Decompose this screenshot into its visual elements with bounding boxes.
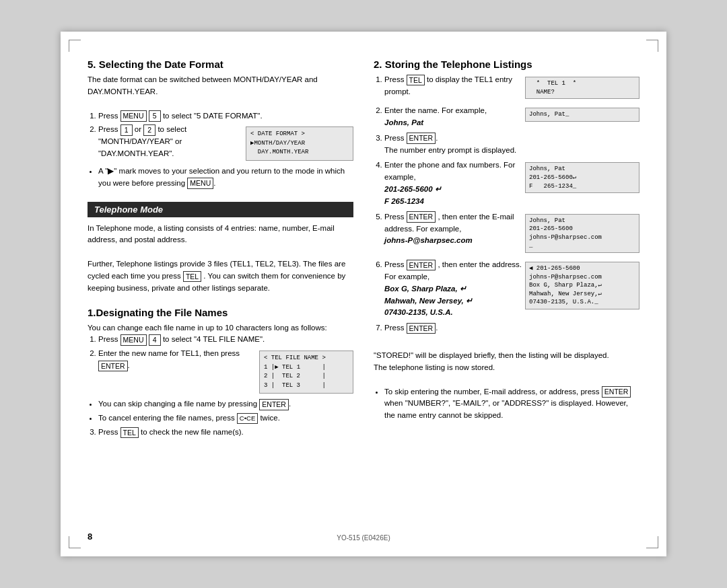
file-names-step1: Press MENU 4 to select "4 TEL FILE NAME"… (98, 334, 353, 346)
sb1-mid: when "NUMBER?", "E-MAIL?", or "ADDRESS?"… (384, 399, 628, 419)
telephone-mode-para1: In Telephone mode, a listing consists of… (88, 223, 353, 247)
s7-text: Press (384, 324, 407, 332)
fn-b1-text: You can skip changing a file name by pre… (98, 400, 259, 408)
step4-wrap: Johns, Pat 201-265-5600↵ F 265-1234_ Ent… (384, 159, 639, 207)
sb1-enter-key: ENTER (602, 386, 631, 398)
step2-text: Press (98, 125, 120, 133)
s4-bold2: F 265-1234 (384, 197, 424, 205)
step1-text3: to select "5 DATE FORMAT". (161, 112, 263, 120)
storing-bullet1: To skip entering the number, E-mail addr… (384, 386, 639, 422)
date-format-bullets: A "▶" mark moves to your selection and y… (88, 166, 353, 190)
storing-step7: Press ENTER. (384, 322, 639, 334)
footer: YO-515 (E0426E) (337, 534, 390, 542)
section-date-format-intro: The date format can be switched between … (88, 74, 353, 98)
s6-enter-key: ENTER (407, 260, 436, 271)
fn-step3-end: to check the new file name(s). (139, 428, 244, 436)
s2-text: Enter the name. For example, (384, 106, 487, 114)
step2-or: or (133, 125, 144, 133)
date-format-step2: < DATE FORMAT > ▶MONTH/DAY/YEAR DAY.MONT… (98, 124, 353, 163)
step2-lcd: Johns, Pat_ (525, 108, 639, 122)
s6-bold3: 07430-2135, U.S.A. (384, 308, 453, 316)
step1-text: Press (98, 112, 120, 120)
menu-key: MENU (120, 110, 147, 122)
date-format-lcd: < DATE FORMAT > ▶MONTH/DAY/YEAR DAY.MONT… (246, 126, 353, 161)
content-grid: 5. Selecting the Date Format The date fo… (88, 59, 639, 451)
key-5: 5 (149, 110, 161, 122)
corner-tr (646, 40, 658, 52)
fn-enter-key: ENTER (98, 361, 128, 372)
storing-step3: Press ENTER. The number entry prompt is … (384, 133, 639, 157)
s5-text1: Press (384, 213, 407, 221)
menu-key2: MENU (187, 178, 213, 189)
left-column: 5. Selecting the Date Format The date fo… (88, 59, 353, 451)
key-1: 1 (120, 124, 133, 136)
fn-bullet2: To cancel entering the file names, press… (98, 412, 353, 425)
storing-step2: Johns, Pat_ Enter the name. For example,… (384, 105, 639, 129)
file-names-step3: Press TEL to check the new file name(s). (98, 427, 353, 439)
date-format-steps: Press MENU 5 to select "5 DATE FORMAT". … (88, 110, 353, 163)
corner-tl (69, 40, 81, 52)
step5-lcd: Johns, Pat 201-265-5600 johns-P@sharpsec… (525, 214, 639, 253)
fn-menu-key: MENU (120, 334, 147, 346)
page: 5. Selecting the Date Format The date fo… (61, 32, 666, 556)
telephone-mode-label: Telephone Mode (94, 205, 163, 215)
s5-bold: johns-P@sharpsec.com (384, 236, 473, 244)
section-telephone-mode: In Telephone mode, a listing consists of… (88, 223, 353, 295)
fn-b2-end: twice. (258, 414, 280, 422)
s2-example: Johns, Pat (384, 118, 423, 126)
storing-bullets: To skip entering the number, E-mail addr… (374, 386, 639, 422)
section-date-format-title: 5. Selecting the Date Format (88, 59, 353, 70)
s7-text2: . (436, 324, 438, 332)
sb1-text1: To skip entering the number, E-mail addr… (384, 388, 602, 396)
s7-enter-key: ENTER (407, 323, 436, 334)
s3-text2: . (436, 134, 438, 142)
fn-tel-key: TEL (120, 427, 139, 439)
telephone-mode-header: Telephone Mode (88, 202, 353, 217)
file-names-title: 1.Designating the File Names (88, 307, 353, 318)
fn-step2-wrap: < TEL FILE NAME > 1 |▶ TEL 1 | 2 | TEL 2… (98, 348, 353, 396)
section-date-format: 5. Selecting the Date Format The date fo… (88, 59, 353, 190)
fn-key-4: 4 (149, 334, 161, 346)
s6-bold2: Mahwah, New Jersey, ↵ (384, 297, 473, 305)
step4-lcd: Johns, Pat 201-265-5600↵ F 265-1234_ (525, 162, 639, 193)
fn-b2-text: To cancel entering the file names, press (98, 414, 237, 422)
step6-wrap: ◀ 201-265-5600 johns-P@sharpsec.com Box … (384, 259, 639, 319)
cce-key: C•CE (237, 413, 258, 423)
s5-enter-key: ENTER (407, 211, 436, 223)
storing-steps: * TEL 1 * NAME? Press TEL to display the… (374, 74, 639, 334)
right-column: 2. Storing the Telephone Listings * TEL … (374, 59, 639, 451)
s3-text: Press (384, 134, 407, 142)
bullet-text2: . (213, 179, 215, 187)
file-names-bullets: You can skip changing a file name by pre… (88, 398, 353, 425)
step2-wrap: Johns, Pat_ Enter the name. For example,… (384, 105, 639, 129)
s1-text: Press (384, 75, 407, 83)
key-2: 2 (143, 124, 155, 136)
tel-key: TEL (183, 271, 201, 283)
fn-step3-text: Press (98, 428, 120, 436)
file-names-step3-list: Press TEL to check the new file name(s). (88, 427, 353, 439)
file-names-steps: Press MENU 4 to select "4 TEL FILE NAME"… (88, 334, 353, 396)
date-format-step1: Press MENU 5 to select "5 DATE FORMAT". (98, 110, 353, 122)
fn-step2-end: . (128, 361, 130, 369)
stored-note1: "STORED!" will be displayed briefly, the… (374, 350, 639, 362)
s1-tel-key: TEL (407, 75, 425, 86)
storing-step5: Johns, Pat 201-265-5600 johns-P@sharpsec… (384, 211, 639, 256)
fn-bullet1: You can skip changing a file name by pre… (98, 398, 353, 410)
s3-note: The number entry prompt is displayed. (384, 146, 516, 154)
s6-text1: Press (384, 260, 407, 268)
step6-lcd: ◀ 201-265-5600 johns-P@sharpsec.com Box … (525, 262, 639, 309)
telephone-mode-para2: Further, Telephone listings provide 3 fi… (88, 258, 353, 294)
fn-b1-end: . (289, 400, 291, 408)
corner-bl (69, 536, 81, 548)
s4-bold1: 201-265-5600 ↵ (384, 185, 442, 193)
file-names-intro: You can change each file name in up to 1… (88, 322, 353, 334)
step5-wrap: Johns, Pat 201-265-5600 johns-P@sharpsec… (384, 211, 639, 256)
section-file-names: 1.Designating the File Names You can cha… (88, 307, 353, 439)
corner-br (646, 536, 658, 548)
fn-enter-key2: ENTER (259, 399, 289, 410)
bullet-text1: A "▶" mark moves to your selection and y… (98, 167, 345, 187)
step1-wrap: * TEL 1 * NAME? Press TEL to display the… (384, 74, 639, 102)
file-names-step2: < TEL FILE NAME > 1 |▶ TEL 1 | 2 | TEL 2… (98, 348, 353, 396)
tel-file-lcd: < TEL FILE NAME > 1 |▶ TEL 1 | 2 | TEL 2… (259, 351, 353, 394)
step2-wrap: < DATE FORMAT > ▶MONTH/DAY/YEAR DAY.MONT… (98, 124, 353, 163)
